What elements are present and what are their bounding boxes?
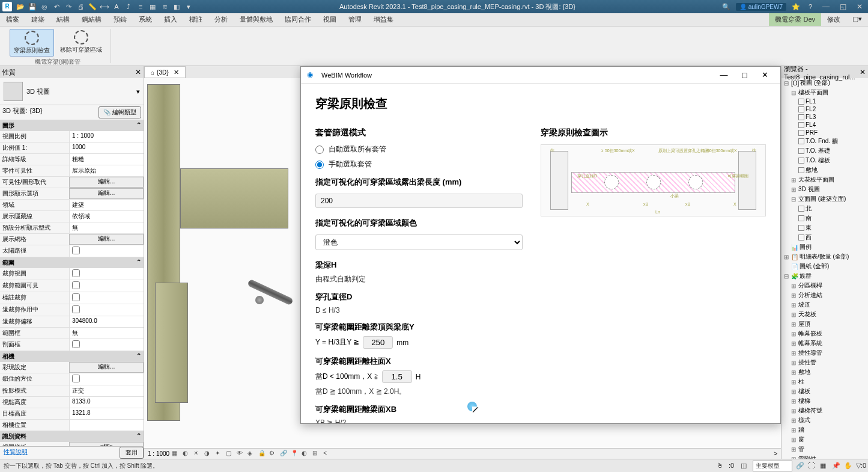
favorite-icon[interactable]: ⭐ [791,2,801,11]
tree-level-site[interactable]: 敷地 [782,165,868,175]
tree-schedules[interactable]: ⊞📋 明細表/數量 (全部) [782,252,868,262]
tab-analyze[interactable]: 分析 [208,13,234,26]
prop-eye-value[interactable]: 8133.0 [69,397,144,408]
prop-section-check[interactable] [69,339,144,351]
vc-style-icon[interactable]: ◐ [183,450,191,458]
tree-family-item[interactable]: ⊞分析連結 [782,290,868,300]
vc-sun-icon[interactable]: ☀ [193,450,202,458]
tree-elevation[interactable]: ⊟立面圖 (建築立面) [782,194,868,204]
tree-level-tofooting[interactable]: T.O. 基礎 [782,146,868,156]
vc-analytical-icon[interactable]: ⚙ [269,450,278,458]
section-icon[interactable]: ▦ [148,2,157,11]
viz-length-input[interactable] [315,194,523,208]
sb-select-icon[interactable]: 🖱 [717,462,725,470]
save-icon[interactable]: 💾 [28,2,37,11]
sb-model-combo[interactable]: 主要模型 [753,461,792,471]
prop-sbox-value[interactable]: 無 [69,328,144,339]
vc-hide-icon[interactable]: 👁 [237,450,245,458]
tree-elev-w[interactable]: 西 [782,233,868,242]
properties-apply-button[interactable]: 套用 [120,447,144,459]
group-extents[interactable]: 範圍⌃ [0,257,144,268]
dialog-close-button[interactable]: ✕ [755,69,774,82]
view-scale-display[interactable]: 1 : 1000 [148,450,169,457]
tree-family-item[interactable]: ⊞管 [782,444,868,454]
tree-level-toslab[interactable]: T.O. 樓板 [782,156,868,165]
dialog-maximize-button[interactable]: ◻ [735,69,754,82]
view-tab-close-icon[interactable]: ✕ [174,69,179,76]
viz-color-select[interactable]: 澄色 [315,234,523,250]
tab-steel[interactable]: 鋼結構 [76,13,108,26]
instance-filter[interactable]: 3D 視圖: {3D} [2,106,96,118]
tree-family-item[interactable]: ⊞窗 [782,435,868,444]
tree-family-item[interactable]: ⊞坡道 [782,300,868,310]
group-camera[interactable]: 相機⌃ [0,351,144,362]
tree-level-fl2[interactable]: FL2 [782,105,868,113]
tab-custom-mep[interactable]: 機電穿梁 Dev [769,13,821,26]
prop-tmpl-button[interactable]: <無> [69,442,144,446]
sb-link-icon[interactable]: 🔗 [796,462,804,470]
prop-scale-val-value[interactable]: 1000 [69,143,144,153]
tab-file[interactable]: 檔案 [0,13,25,26]
tree-family-item[interactable]: ⊞柱 [782,377,868,387]
prop-cropvis-check[interactable] [69,280,144,292]
sb-filter-icon[interactable]: ▽:0 [856,462,864,470]
prop-vg-button[interactable]: 編輯... [69,177,144,188]
tab-insert[interactable]: 插入 [158,13,183,26]
type-selector[interactable]: 3D 視圖 ▾ [0,78,144,105]
prop-detail-value[interactable]: 粗糙 [69,154,144,165]
tab-view[interactable]: 視圖 [317,13,342,26]
prop-lockori-check[interactable] [69,373,144,385]
sb-worksets-icon[interactable]: :0 [729,462,737,470]
tree-level-tofnd[interactable]: T.O. Fnd. 牆 [782,136,868,146]
vc-contrast-icon[interactable]: ◐ [302,450,310,458]
tree-level-prf[interactable]: PRF [782,129,868,136]
tree-ceiling[interactable]: ⊞天花板平面圖 [782,175,868,185]
measure-icon[interactable]: 📏 [88,2,97,11]
search-icon[interactable]: 🔍 [721,2,731,11]
vc-grid-icon[interactable]: ⊞ [312,450,321,458]
tree-3d[interactable]: ⊞3D 視圖 [782,185,868,194]
tree-sheets[interactable]: 📄 圖紙 (全部) [782,262,868,271]
align-icon[interactable]: ≡ [136,2,145,11]
properties-help-link[interactable]: 性質說明 [0,447,31,459]
tree-elev-n[interactable]: 北 [782,204,868,213]
radio-auto-select[interactable]: 自動選取所有套管 [315,144,523,155]
vc-shadow-icon[interactable]: ◑ [204,450,213,458]
tree-elev-e[interactable]: 東 [782,223,868,233]
sb-select-links-icon[interactable]: ⛶ [808,462,816,470]
tab-arch[interactable]: 建築 [25,13,50,26]
prop-parts-value[interactable]: 展示原始 [69,165,144,176]
sb-design-icon[interactable]: ◫ [741,462,749,470]
help-icon[interactable]: ? [806,2,815,11]
tree-family-item[interactable]: ⊞分區欄桿 [782,281,868,290]
radio-manual-select[interactable]: 手動選取套管 [315,159,523,170]
tree-family-item[interactable]: ⊞敷地 [782,367,868,377]
tab-modify[interactable]: 修改 [821,13,846,26]
close-hidden-icon[interactable]: ◧ [172,2,181,11]
restore-button[interactable]: ◱ [837,2,849,11]
y-input[interactable] [363,336,393,349]
tab-addins[interactable]: 增益集 [368,13,399,26]
undo-icon[interactable]: ↶ [52,2,61,11]
prop-sunpath-check[interactable] [69,245,144,257]
prop-render-button[interactable]: 編輯... [69,362,144,373]
vc-crop-icon[interactable]: ▢ [226,450,234,458]
sb-drag-icon[interactable]: ✋ [844,462,852,470]
tag-icon[interactable]: ⤴ [124,2,133,11]
print-icon[interactable]: 🖨 [76,2,85,11]
remove-region-button[interactable]: 移除可穿梁區域 [56,29,106,57]
tree-family-item[interactable]: ⊞樓梯 [782,396,868,406]
view-tab-3d[interactable]: ⌂ {3D} ✕ [144,66,186,78]
open-icon[interactable]: 📂 [16,2,25,11]
user-badge[interactable]: 👤 aulinGPEW7 [736,3,786,11]
vc-link-icon[interactable]: 🔗 [280,450,288,458]
tab-manage[interactable]: 管理 [342,13,368,26]
tab-massing[interactable]: 量體與敷地 [234,13,279,26]
prop-discipline-value[interactable]: 建築 [69,200,144,210]
prop-showgrid-button[interactable]: 編輯... [69,234,144,245]
group-graphics[interactable]: 圖形⌃ [0,120,144,131]
prop-annocrop-check[interactable] [69,292,144,304]
tab-annotate[interactable]: 標註 [183,13,208,26]
tree-family-item[interactable]: ⊞樓板 [782,387,868,396]
tree-families[interactable]: ⊟🧩 族群 [782,271,868,281]
